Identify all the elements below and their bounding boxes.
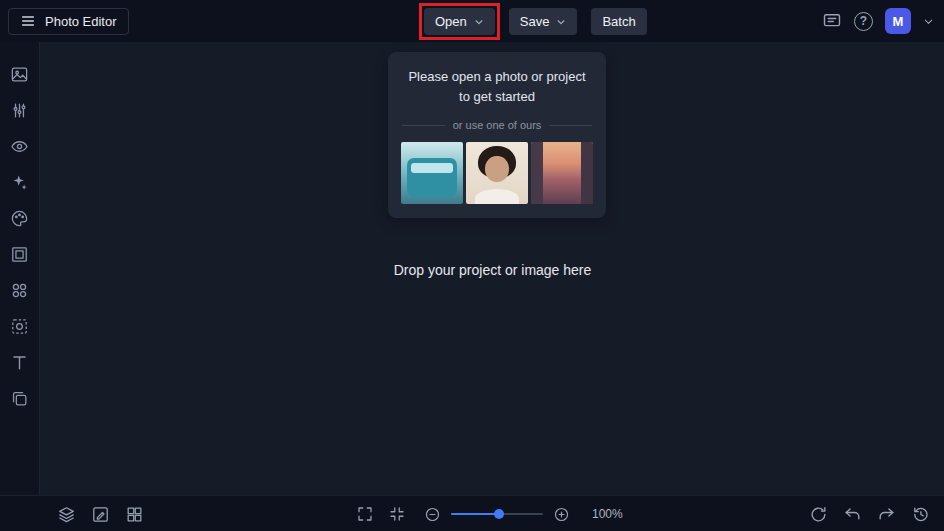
app-title: Photo Editor: [45, 14, 117, 29]
zoom-level-label: 100%: [592, 507, 623, 521]
save-button[interactable]: Save: [509, 8, 578, 35]
fit-screen-icon[interactable]: [388, 505, 406, 523]
cutout-mask-icon[interactable]: [0, 308, 40, 344]
open-button-label: Open: [435, 14, 467, 29]
bottombar-left: [57, 496, 144, 531]
hamburger-menu-icon: [20, 13, 36, 29]
canvas-area[interactable]: Please open a photo or project to get st…: [41, 42, 944, 495]
divider: [402, 125, 445, 126]
reset-rotate-icon[interactable]: [809, 505, 828, 524]
building-right-shape: [581, 142, 593, 204]
redo-icon[interactable]: [877, 505, 896, 524]
topbar-right: ? M: [822, 0, 934, 42]
shirt-shape: [475, 189, 520, 204]
image-tool-icon[interactable]: [0, 56, 40, 92]
sample-portrait-photo[interactable]: [466, 142, 528, 204]
undo-icon[interactable]: [843, 505, 862, 524]
effects-sparkle-icon[interactable]: [0, 164, 40, 200]
help-icon[interactable]: ?: [854, 12, 873, 31]
zoom-controls: 100%: [356, 496, 623, 531]
text-tool-icon[interactable]: [0, 344, 40, 380]
welcome-title: Please open a photo or project to get st…: [402, 67, 592, 107]
divider: [549, 125, 592, 126]
drop-zone-text: Drop your project or image here: [41, 262, 944, 278]
sample-teal-van-photo[interactable]: [401, 142, 463, 204]
grid-view-icon[interactable]: [125, 505, 144, 524]
preview-draw-icon[interactable]: [91, 505, 110, 524]
chevron-down-icon: [556, 17, 566, 27]
topbar-actions: Open Save Batch: [424, 8, 647, 35]
zoom-in-icon[interactable]: [553, 506, 570, 523]
van-windshield-shape: [411, 163, 453, 173]
history-icon[interactable]: [911, 505, 930, 524]
feedback-icon[interactable]: [822, 11, 842, 31]
zoom-slider[interactable]: [451, 507, 543, 521]
zoom-slider-knob[interactable]: [494, 509, 504, 519]
bottom-bar: 100%: [0, 495, 944, 531]
frame-tool-icon[interactable]: [0, 236, 40, 272]
face-shape: [485, 156, 509, 182]
elements-shapes-icon[interactable]: [0, 272, 40, 308]
batch-button-label: Batch: [602, 14, 635, 29]
open-button[interactable]: Open: [424, 8, 495, 35]
batch-button[interactable]: Batch: [591, 8, 646, 35]
zoom-slider-fill: [451, 513, 499, 515]
avatar[interactable]: M: [885, 8, 911, 34]
welcome-subtitle-row: or use one of ours: [402, 119, 592, 131]
layers-icon[interactable]: [57, 505, 76, 524]
chevron-down-icon: [474, 17, 484, 27]
fullscreen-icon[interactable]: [356, 505, 374, 523]
welcome-panel: Please open a photo or project to get st…: [388, 52, 606, 218]
duplicate-pages-icon[interactable]: [0, 380, 40, 416]
tool-sidebar: [0, 42, 40, 495]
building-left-shape: [531, 142, 543, 204]
zoom-out-icon[interactable]: [424, 506, 441, 523]
welcome-subtitle: or use one of ours: [453, 119, 542, 131]
adjust-tool-icon[interactable]: [0, 92, 40, 128]
save-button-label: Save: [520, 14, 550, 29]
main-menu-button[interactable]: Photo Editor: [8, 8, 129, 35]
photo-editor-app: Photo Editor Open Save Batch: [0, 0, 944, 531]
retouch-eye-icon[interactable]: [0, 128, 40, 164]
sample-canal-sunset-photo[interactable]: [531, 142, 593, 204]
history-controls: [809, 496, 930, 531]
top-bar: Photo Editor Open Save Batch: [0, 0, 944, 42]
sample-images: [402, 142, 592, 204]
account-chevron-down-icon[interactable]: [923, 16, 934, 27]
paint-palette-icon[interactable]: [0, 200, 40, 236]
